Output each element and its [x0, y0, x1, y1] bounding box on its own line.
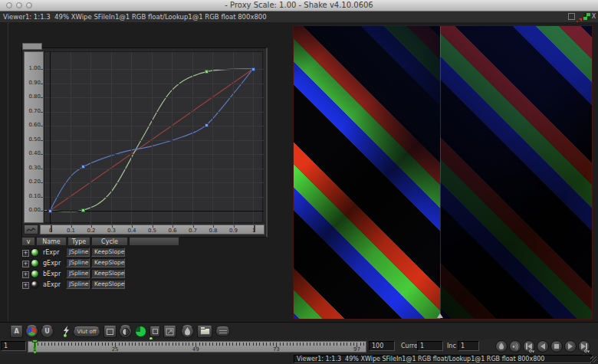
fit-curves-button[interactable]: [24, 225, 38, 234]
grid-line-horizontal: [44, 112, 264, 113]
wipe-left-image: [294, 26, 440, 319]
ruler-tick: [253, 343, 254, 346]
y-axis-strip[interactable]: 1.000.900.800.700.600.500.400.300.200.10…: [24, 51, 44, 223]
type-button[interactable]: JSpline: [66, 269, 90, 278]
file-browser-button[interactable]: [197, 326, 212, 338]
expand-button[interactable]: +: [22, 250, 29, 257]
image-viewer[interactable]: [293, 25, 593, 320]
timeline-bar: 1 125497397 100 Current 1 Inc 1: [0, 339, 598, 355]
table-header-v[interactable]: v: [21, 237, 35, 246]
vlut-toggle-button[interactable]: [63, 324, 70, 339]
compare-mode-button[interactable]: [119, 325, 132, 338]
lookup-curves-svg[interactable]: [44, 52, 264, 224]
expand-button[interactable]: +: [22, 282, 29, 289]
current-frame-field[interactable]: 1: [417, 341, 443, 351]
play-reverse-button[interactable]: [537, 340, 549, 353]
gExpr-knot[interactable]: [205, 70, 209, 74]
grid-line-horizontal: [44, 140, 264, 141]
cycle-button[interactable]: KeepSlope: [91, 280, 125, 289]
table-header-name[interactable]: Name: [36, 237, 67, 246]
type-button[interactable]: JSpline: [66, 248, 90, 257]
frame-icon: [107, 329, 113, 335]
ruler-tick: [209, 343, 210, 346]
grid-line-vertical: [152, 52, 153, 224]
folder-icon: [200, 328, 210, 335]
ruler-tick: [256, 343, 257, 346]
grid-line-vertical: [131, 52, 132, 224]
update-mode-button[interactable]: U: [41, 325, 54, 338]
channel-visibility-button[interactable]: [31, 280, 39, 289]
viewer-compare-icon[interactable]: [576, 13, 583, 20]
ruler-tick: [75, 343, 76, 346]
resize-grip[interactable]: [590, 356, 596, 362]
timecode-button[interactable]: [135, 326, 146, 337]
x-axis-strip[interactable]: 00.10.20.30.40.50.60.70.80.91: [40, 225, 264, 234]
inc-field[interactable]: 1: [458, 341, 479, 351]
ruler-tick: [243, 343, 244, 346]
play-forward-button[interactable]: [564, 340, 577, 353]
cycle-button[interactable]: KeepSlope: [91, 269, 125, 278]
ruler-tick: [54, 343, 55, 346]
frame-field[interactable]: 1: [1, 341, 26, 351]
ruler-tick: [330, 343, 330, 346]
sound-waves-icon: [511, 343, 520, 351]
sound-button[interactable]: [509, 340, 521, 353]
channel-visibility-button[interactable]: [31, 270, 39, 278]
gExpr-knot[interactable]: [81, 208, 85, 212]
ruler-tick: [334, 343, 334, 346]
bExpr-knot[interactable]: [251, 67, 255, 71]
viewer-detach-icon[interactable]: [568, 13, 575, 20]
curve-editor-corner-tab[interactable]: [22, 43, 42, 50]
ruler-tick: [263, 343, 264, 346]
bExpr-knot[interactable]: [48, 209, 52, 213]
roi-button[interactable]: [150, 326, 160, 337]
render-flipbook-button[interactable]: [181, 325, 194, 338]
viewer-tab[interactable]: Viewer1: 1:1.3 49% XWipe SFileIn1@1 RGB …: [3, 13, 267, 21]
type-button[interactable]: JSpline: [66, 280, 90, 289]
timeline-ruler[interactable]: 125497397: [28, 341, 366, 353]
flipbook-render-button[interactable]: [495, 340, 508, 353]
grid-line-vertical: [212, 52, 213, 224]
ruler-tick: [68, 343, 69, 346]
crop-button[interactable]: [104, 326, 117, 338]
viewer-close-icon[interactable]: X: [590, 13, 597, 20]
curve-plot[interactable]: [44, 51, 263, 223]
expand-button[interactable]: +: [22, 261, 29, 267]
zoom-fit-button[interactable]: [163, 326, 176, 338]
ruler-tick: [122, 343, 123, 346]
end-frame-field[interactable]: 100: [369, 341, 395, 351]
cycle-button[interactable]: KeepSlope: [91, 258, 125, 267]
key-icon: [584, 349, 590, 353]
ruler-tick: [108, 343, 109, 346]
expand-button[interactable]: +: [22, 271, 29, 278]
ruler-tick: [159, 343, 159, 346]
jump-to-end-button[interactable]: [578, 340, 590, 353]
y-tick-mark: [41, 69, 43, 70]
channel-visibility-button[interactable]: [31, 259, 39, 267]
table-header-cycle[interactable]: Cycle: [91, 237, 128, 246]
ruler-tick: [149, 343, 150, 346]
viewer-channel-checker-icon[interactable]: [583, 13, 590, 20]
type-button[interactable]: JSpline: [66, 258, 90, 267]
vlut-off-button[interactable]: Vlut off: [73, 326, 100, 337]
grid-line-horizontal: [44, 126, 264, 126]
jump-to-start-button[interactable]: [523, 340, 535, 353]
ruler-tick: [189, 343, 189, 346]
table-row: +rExprJSplineKeepSlope: [21, 248, 179, 257]
wipe-split-line[interactable]: [440, 26, 441, 319]
color-wheel-button[interactable]: [25, 325, 38, 338]
params-button[interactable]: [215, 326, 230, 336]
table-header-type[interactable]: Type: [67, 237, 90, 246]
channel-visibility-button[interactable]: [31, 248, 39, 257]
cycle-button[interactable]: KeepSlope: [91, 248, 125, 257]
wipe-handle[interactable]: [437, 313, 443, 318]
y-tick-mark: [41, 112, 43, 113]
play-reverse-icon: [540, 343, 545, 349]
bExpr-knot[interactable]: [205, 123, 209, 127]
y-tick-label: 0.40: [28, 150, 41, 157]
stop-button[interactable]: [550, 340, 563, 353]
bExpr-knot[interactable]: [81, 165, 85, 169]
alpha-view-button[interactable]: A: [10, 326, 23, 338]
ruler-tick: [135, 343, 136, 346]
grid-line-horizontal: [44, 154, 264, 155]
